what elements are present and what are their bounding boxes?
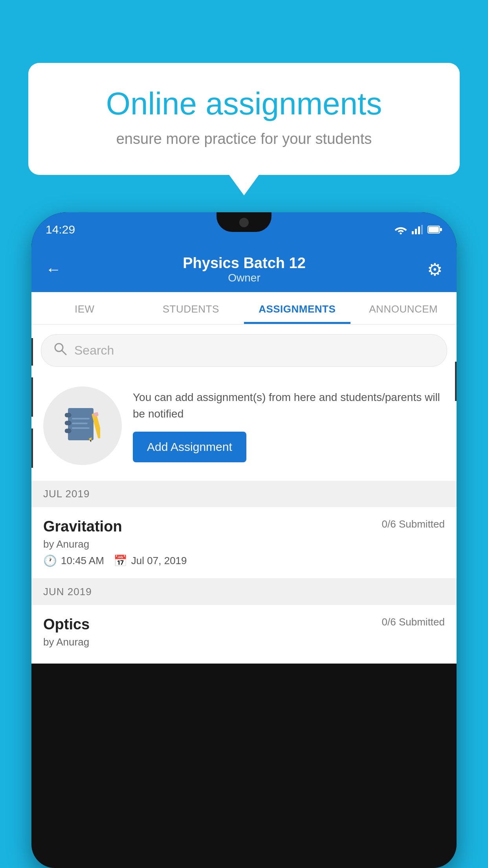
assignment-item-optics[interactable]: Optics 0/6 Submitted by Anurag	[31, 605, 457, 664]
silent-button	[31, 428, 33, 468]
svg-point-0	[400, 233, 402, 235]
meta-date: 📅 Jul 07, 2019	[114, 554, 187, 567]
app-header: ← Physics Batch 12 Owner ⚙	[31, 247, 457, 292]
search-placeholder: Search	[74, 343, 114, 358]
speech-bubble: Online assignments ensure more practice …	[28, 63, 460, 175]
svg-rect-12	[65, 421, 71, 425]
signal-icon	[412, 225, 423, 234]
tab-students[interactable]: STUDENTS	[138, 292, 244, 324]
assignment-item-top: Gravitation 0/6 Submitted	[43, 518, 445, 535]
screen-content: Search	[31, 325, 457, 664]
section-header-jun: JUN 2019	[31, 579, 457, 605]
svg-rect-1	[412, 231, 414, 234]
battery-icon	[427, 225, 442, 234]
tabs-bar: IEW STUDENTS ASSIGNMENTS ANNOUNCEM	[31, 292, 457, 325]
svg-rect-3	[418, 226, 420, 234]
assignment-submitted-gravitation: 0/6 Submitted	[382, 518, 445, 530]
meta-time: 🕐 10:45 AM	[43, 554, 104, 567]
add-assignment-button[interactable]: Add Assignment	[133, 432, 246, 462]
assignment-item-top-optics: Optics 0/6 Submitted	[43, 616, 445, 633]
header-title: Physics Batch 12	[183, 255, 306, 272]
svg-rect-11	[65, 413, 71, 417]
back-button[interactable]: ←	[46, 261, 61, 278]
calendar-icon: 📅	[114, 554, 127, 567]
promo-section: You can add assignment(s) from here and …	[31, 375, 457, 481]
phone-notch	[216, 212, 272, 232]
svg-rect-13	[65, 429, 71, 433]
tab-iew[interactable]: IEW	[31, 292, 138, 324]
svg-rect-14	[72, 418, 90, 419]
assignment-submitted-optics: 0/6 Submitted	[382, 616, 445, 628]
volume-down-button	[31, 377, 33, 417]
promo-text-area: You can add assignment(s) from here and …	[133, 389, 445, 462]
svg-rect-18	[93, 412, 99, 417]
svg-rect-15	[72, 423, 88, 424]
speech-bubble-subtitle: ensure more practice for your students	[56, 131, 432, 147]
phone-frame: 14:29	[31, 212, 457, 868]
svg-rect-7	[440, 228, 442, 231]
status-time: 14:29	[46, 223, 75, 236]
promo-icon-circle	[43, 386, 122, 465]
speech-bubble-title: Online assignments	[56, 86, 432, 121]
search-bar[interactable]: Search	[41, 334, 447, 367]
assignment-by-optics: by Anurag	[43, 636, 445, 648]
notebook-icon	[65, 406, 100, 445]
assignment-date: Jul 07, 2019	[131, 555, 187, 567]
search-icon	[53, 342, 67, 359]
tab-assignments[interactable]: ASSIGNMENTS	[244, 292, 350, 324]
svg-line-9	[62, 350, 66, 355]
svg-rect-6	[429, 227, 439, 232]
settings-icon[interactable]: ⚙	[427, 259, 442, 280]
assignment-item-gravitation[interactable]: Gravitation 0/6 Submitted by Anurag 🕐 10…	[31, 507, 457, 579]
assignment-meta-gravitation: 🕐 10:45 AM 📅 Jul 07, 2019	[43, 554, 445, 567]
assignment-name-gravitation: Gravitation	[43, 518, 122, 535]
header-subtitle: Owner	[183, 272, 306, 284]
promo-text: You can add assignment(s) from here and …	[133, 389, 445, 422]
camera-dot	[239, 218, 249, 227]
svg-rect-2	[415, 229, 417, 234]
svg-rect-16	[72, 427, 90, 429]
header-title-area: Physics Batch 12 Owner	[183, 255, 306, 284]
tab-announcements[interactable]: ANNOUNCEM	[350, 292, 457, 324]
status-bar: 14:29	[31, 212, 457, 247]
wifi-icon	[394, 225, 407, 234]
status-icons	[394, 225, 442, 234]
section-header-jul: JUL 2019	[31, 481, 457, 507]
volume-up-button	[31, 338, 33, 366]
power-button	[455, 362, 457, 401]
assignment-time: 10:45 AM	[61, 555, 104, 567]
svg-rect-4	[421, 225, 423, 234]
clock-icon: 🕐	[43, 554, 57, 567]
assignment-name-optics: Optics	[43, 616, 90, 633]
assignment-by-gravitation: by Anurag	[43, 538, 445, 550]
